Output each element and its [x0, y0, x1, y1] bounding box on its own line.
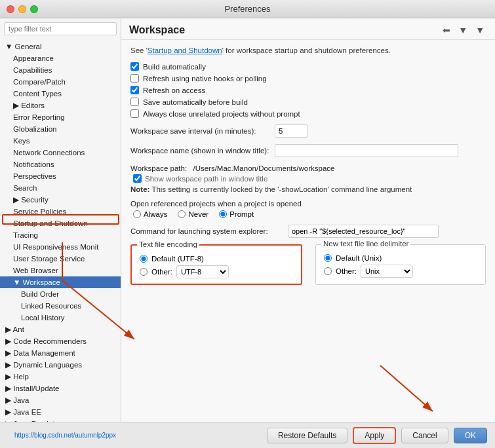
sidebar-item-java-persistence[interactable]: ▶ Java Persistence — [0, 418, 121, 422]
encoding-other-radio[interactable] — [140, 268, 148, 276]
sidebar-item-web-browser[interactable]: Web Browser — [0, 265, 121, 276]
sidebar-item-data-management[interactable]: ▶ Data Management — [0, 347, 121, 359]
page-title: Workspace — [129, 24, 185, 36]
open-referenced-label: Open referenced projects when a project … — [130, 200, 486, 208]
radio-never-input[interactable] — [178, 210, 186, 218]
sidebar-item-install-update[interactable]: ▶ Install/Update — [0, 383, 121, 394]
close-unrelated-checkbox[interactable] — [130, 109, 139, 118]
radio-never-label: Never — [188, 210, 208, 218]
show-path-row: Show workspace path in window title — [133, 174, 486, 183]
delimiter-other-row: Other: Unix Windows Mac — [324, 265, 477, 278]
sidebar-item-compare-patch[interactable]: Compare/Patch — [0, 76, 121, 88]
delimiter-default-label: Default (Unix) — [336, 254, 382, 262]
sidebar-item-ui-responsiveness[interactable]: UI Responsiveness Monit — [0, 241, 121, 253]
filter-input[interactable] — [4, 22, 117, 35]
sidebar-item-error-reporting[interactable]: Error Reporting — [0, 111, 121, 123]
encoding-other-row: Other: UTF-8 UTF-16 ISO-8859-1 — [140, 265, 293, 278]
radio-always-input[interactable] — [133, 210, 141, 218]
sidebar-item-user-storage[interactable]: User Storage Service — [0, 253, 121, 265]
close-button[interactable] — [7, 5, 14, 13]
sidebar-item-help[interactable]: ▶ Help — [0, 371, 121, 383]
delimiter-other-select[interactable]: Unix Windows Mac — [361, 265, 413, 278]
command-row: Command for launching system explorer: — [130, 225, 486, 238]
delimiter-default-radio[interactable] — [324, 254, 332, 262]
sidebar-item-general[interactable]: ▼ General — [0, 41, 121, 52]
radio-always-label: Always — [144, 210, 167, 218]
save-interval-row: Workspace save interval (in minutes): — [130, 124, 486, 138]
delimiter-other-label: Other: — [336, 267, 357, 275]
workspace-path-label: Workspace path: — [130, 164, 187, 172]
sidebar-item-globalization[interactable]: Globalization — [0, 123, 121, 135]
content-body: See 'Startup and Shutdown' for workspace… — [121, 40, 495, 422]
delimiter-box: New text file line delimiter Default (Un… — [315, 244, 486, 285]
note-text: This setting is currently locked by the … — [151, 185, 412, 193]
sidebar-item-startup-shutdown[interactable]: Startup and Shutdown — [0, 217, 121, 229]
radio-prompt-label: Prompt — [229, 210, 254, 218]
refresh-access-checkbox[interactable] — [130, 86, 139, 94]
content-header: Workspace ⬅ ▼ ▼ — [121, 18, 495, 40]
radio-prompt-input[interactable] — [219, 210, 227, 218]
radio-prompt: Prompt — [219, 210, 254, 218]
back-button[interactable]: ⬅ — [440, 24, 453, 37]
show-path-checkbox[interactable] — [133, 174, 142, 183]
sidebar-item-network-connections[interactable]: Network Connections — [0, 147, 121, 159]
sidebar: ▼ General Appearance Capabilities Compar… — [0, 18, 121, 422]
workspace-name-row: Workspace name (shown in window title): — [130, 144, 486, 157]
sidebar-item-service-policies[interactable]: Service Policies — [0, 206, 121, 217]
header-icons: ⬅ ▼ ▼ — [440, 24, 487, 37]
menu-button[interactable]: ▼ — [473, 24, 487, 37]
sidebar-item-editors[interactable]: ▶ Editors — [0, 100, 121, 111]
encoding-default-radio[interactable] — [140, 255, 148, 263]
sidebar-item-appearance[interactable]: Appearance — [0, 52, 121, 64]
show-path-label: Show workspace path in window title — [145, 175, 267, 183]
workspace-name-input[interactable] — [275, 144, 458, 157]
cancel-button[interactable]: Cancel — [401, 428, 448, 443]
sidebar-item-perspectives[interactable]: Perspectives — [0, 170, 121, 182]
ok-button[interactable]: OK — [454, 428, 487, 443]
window-controls — [7, 5, 38, 13]
sidebar-item-workspace[interactable]: ▼ Workspace — [0, 276, 121, 288]
sidebar-item-tracing[interactable]: Tracing — [0, 229, 121, 241]
checkbox-refresh-native: Refresh using native hooks or polling — [130, 74, 486, 83]
command-label: Command for launching system explorer: — [130, 227, 288, 235]
sidebar-item-search[interactable]: Search — [0, 182, 121, 194]
delimiter-other-radio[interactable] — [324, 267, 332, 275]
window-title: Preferences — [224, 4, 270, 14]
command-input[interactable] — [288, 225, 439, 238]
checkbox-save-before-build: Save automatically before build — [130, 98, 486, 106]
sidebar-item-local-history[interactable]: Local History — [0, 312, 121, 324]
text-encoding-box: Text file encoding Default (UTF-8) Other… — [130, 244, 302, 285]
maximize-button[interactable] — [30, 5, 38, 13]
apply-button[interactable]: Apply — [353, 427, 396, 444]
workspace-path-row: Workspace path: /Users/Mac.Manon/Documen… — [130, 164, 486, 173]
info-line: See 'Startup and Shutdown' for workspace… — [130, 47, 486, 54]
encoding-other-select[interactable]: UTF-8 UTF-16 ISO-8859-1 — [176, 265, 229, 278]
minimize-button[interactable] — [18, 5, 26, 13]
build-auto-checkbox[interactable] — [130, 62, 139, 71]
sidebar-item-capabilities[interactable]: Capabilities — [0, 64, 121, 76]
sidebar-item-ant[interactable]: ▶ Ant — [0, 324, 121, 335]
sidebar-item-build-order[interactable]: Build Order — [0, 288, 121, 300]
save-before-build-checkbox[interactable] — [130, 98, 139, 106]
sidebar-item-java-ee[interactable]: ▶ Java EE — [0, 406, 121, 418]
save-interval-input[interactable] — [275, 124, 307, 138]
sidebar-item-content-types[interactable]: Content Types — [0, 88, 121, 100]
sidebar-item-dynamic-languages[interactable]: ▶ Dynamic Languages — [0, 359, 121, 371]
workspace-path-value: /Users/Mac.Manon/Documents/workspace — [193, 164, 334, 172]
restore-defaults-button[interactable]: Restore Defaults — [267, 428, 347, 443]
close-unrelated-label: Always close unrelated projects without … — [143, 110, 300, 118]
sidebar-item-keys[interactable]: Keys — [0, 135, 121, 147]
checkbox-refresh-access: Refresh on access — [130, 86, 486, 94]
startup-shutdown-link[interactable]: Startup and Shutdown — [148, 47, 222, 54]
forward-button[interactable]: ▼ — [456, 24, 470, 37]
sidebar-item-security[interactable]: ▶ Security — [0, 194, 121, 206]
save-before-build-label: Save automatically before build — [143, 98, 248, 106]
text-encoding-title: Text file encoding — [137, 240, 199, 248]
sidebar-item-notifications[interactable]: Notifications — [0, 159, 121, 170]
refresh-native-checkbox[interactable] — [130, 74, 139, 83]
sidebar-item-code-recommenders[interactable]: ▶ Code Recommenders — [0, 335, 121, 347]
sidebar-item-linked-resources[interactable]: Linked Resources — [0, 300, 121, 312]
delimiter-title: New text file line delimiter — [321, 240, 410, 248]
save-interval-label: Workspace save interval (in minutes): — [130, 127, 275, 135]
sidebar-item-java[interactable]: ▶ Java — [0, 394, 121, 406]
